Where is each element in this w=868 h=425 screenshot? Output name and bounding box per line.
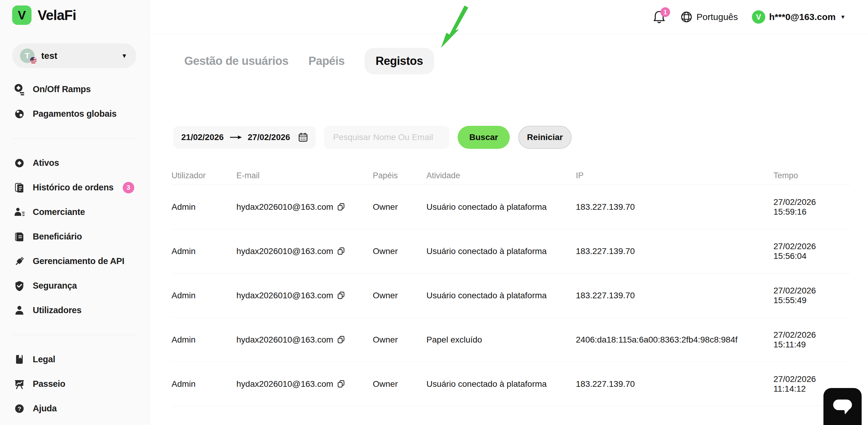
user-icon [13, 304, 26, 316]
cell-role: Owner [373, 379, 427, 389]
sidebar-item-beneficiario[interactable]: Beneficiário [0, 224, 149, 249]
sidebar-divider [12, 335, 136, 335]
email-text: hydax2026010@163.com [237, 202, 333, 212]
user-email: h***0@163.com [769, 12, 836, 22]
reset-button[interactable]: Reiniciar [518, 126, 571, 149]
sidebar-item-ativos[interactable]: Ativos [0, 151, 149, 175]
sidebar-item-on-off-ramps[interactable]: On/Off Ramps [0, 77, 149, 101]
notifications-button[interactable]: 1 [652, 10, 666, 24]
main-content: 1 Português V h***0@163.com ▼ Gestão de … [150, 0, 868, 425]
cell-role: Owner [373, 202, 427, 212]
table-row: Admin hydax2026010@163.com Owner Usuário… [172, 185, 850, 229]
workspace-selector[interactable]: T test ▼ [12, 43, 136, 68]
copy-email-button[interactable] [337, 336, 345, 344]
sidebar-item-ajuda[interactable]: ? Ajuda [0, 396, 149, 421]
workspace-avatar: T [20, 49, 35, 63]
beneficiary-doc-icon [13, 231, 26, 243]
account-menu[interactable]: V h***0@163.com ▼ [752, 10, 845, 24]
sidebar-item-seguranca[interactable]: Segurança [0, 273, 149, 298]
cell-user: Admin [172, 202, 237, 212]
sidebar: V VelaFi T test ▼ On/Off Ramps Pag [0, 0, 150, 425]
cell-role: Owner [373, 246, 427, 256]
cell-user: Admin [172, 291, 237, 300]
copy-email-button[interactable] [337, 247, 345, 255]
activity-log-table: Utilizador E-mail Papéis Atividade IP Te… [172, 167, 850, 406]
sidebar-item-comerciante[interactable]: Comerciante [0, 200, 149, 224]
tab-gestao-de-usuarios[interactable]: Gestão de usuários [184, 55, 288, 68]
sidebar-item-legal[interactable]: Legal [0, 347, 149, 372]
globe-filled-icon [13, 108, 26, 120]
tab-papeis[interactable]: Papéis [309, 55, 345, 68]
cell-time: 27/02/2026 15:11:49 [773, 330, 850, 350]
column-header-atividade: Atividade [427, 171, 576, 180]
sidebar-item-pagamentos-globais[interactable]: Pagamentos globais [0, 101, 149, 126]
user-avatar: V [752, 10, 765, 24]
cell-role: Owner [373, 335, 427, 345]
sidebar-divider [12, 138, 136, 139]
sidebar-item-passeio[interactable]: Passeio [0, 372, 149, 396]
brand[interactable]: V VelaFi [0, 5, 149, 25]
svg-text:?: ? [18, 405, 21, 412]
globe-icon [680, 11, 692, 23]
cell-user: Admin [172, 379, 237, 389]
table-header-row: Utilizador E-mail Papéis Atividade IP Te… [172, 167, 850, 185]
brand-logo-letter: V [18, 8, 26, 22]
table-row: Admin hydax2026010@163.com Owner Usuário… [172, 362, 850, 406]
copy-email-button[interactable] [337, 291, 345, 300]
sidebar-item-label: Beneficiário [33, 232, 82, 242]
chat-bubble-icon [833, 398, 852, 415]
cell-email: hydax2026010@163.com [237, 246, 373, 256]
column-header-papeis: Papéis [373, 171, 427, 180]
app-root: V VelaFi T test ▼ On/Off Ramps Pag [0, 0, 868, 425]
language-selector[interactable]: Português [680, 11, 738, 23]
search-field [324, 126, 449, 149]
topbar: 1 Português V h***0@163.com ▼ [150, 0, 868, 34]
sidebar-item-label: Histórico de ordens [33, 182, 114, 192]
merchant-person-icon [13, 206, 26, 218]
cell-activity: Usuário conectado à plataforma [427, 202, 576, 212]
copy-icon [337, 336, 345, 344]
cell-email: hydax2026010@163.com [237, 202, 373, 212]
sidebar-item-gerenciamento-de-api[interactable]: Gerenciamento de API [0, 249, 149, 273]
sidebar-nav: On/Off Ramps Pagamentos globais Ativos [0, 77, 149, 421]
shield-check-icon [13, 280, 26, 292]
table-row: Admin hydax2026010@163.com Owner Papel e… [172, 318, 850, 362]
workspace-avatar-letter: T [25, 51, 30, 61]
sidebar-item-historico-de-ordens[interactable]: Histórico de ordens 3 [0, 175, 149, 200]
cell-ip: 2406:da18:115a:6a00:8363:2fb4:98c8:984f [576, 335, 773, 345]
cell-ip: 183.227.139.70 [576, 246, 773, 256]
sidebar-item-label: Gerenciamento de API [33, 256, 124, 266]
sidebar-item-label: Legal [33, 354, 55, 364]
cell-ip: 183.227.139.70 [576, 202, 773, 212]
sidebar-item-utilizadores[interactable]: Utilizadores [0, 298, 149, 323]
email-text: hydax2026010@163.com [237, 335, 333, 345]
language-label: Português [696, 12, 738, 22]
copy-email-button[interactable] [337, 203, 345, 211]
sidebar-item-label: On/Off Ramps [33, 84, 91, 94]
copy-email-button[interactable] [337, 380, 345, 388]
coin-icon [13, 157, 26, 169]
brand-logo-icon: V [12, 5, 32, 25]
chat-launcher-button[interactable] [824, 388, 862, 425]
us-flag-icon [30, 57, 37, 64]
sidebar-item-label: Pagamentos globais [33, 109, 117, 119]
arrow-right-icon [229, 135, 242, 140]
date-range-picker[interactable]: 21/02/2026 27/02/2026 [173, 126, 316, 149]
workspace-name: test [41, 51, 57, 61]
api-plug-icon [13, 255, 26, 267]
cell-email: hydax2026010@163.com [237, 379, 373, 389]
calendar-icon [298, 132, 308, 143]
tab-registos[interactable]: Registos [365, 48, 434, 74]
copy-icon [337, 247, 345, 255]
cell-user: Admin [172, 335, 237, 345]
column-header-tempo: Tempo [773, 171, 850, 180]
brand-name: VelaFi [38, 7, 76, 23]
chevron-down-icon: ▼ [840, 14, 845, 20]
search-input[interactable] [333, 132, 440, 142]
cell-user: Admin [172, 246, 237, 256]
cell-time: 27/02/2026 15:55:49 [773, 286, 850, 305]
cell-activity: Usuário conectado à plataforma [427, 379, 576, 389]
sidebar-item-label: Passeio [33, 379, 65, 389]
cell-role: Owner [373, 291, 427, 300]
search-button[interactable]: Buscar [458, 126, 510, 149]
